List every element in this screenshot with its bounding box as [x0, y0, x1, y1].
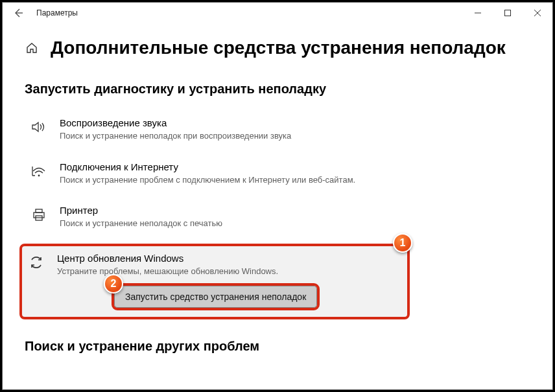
close-button[interactable] [523, 3, 552, 23]
item-title: Принтер [60, 205, 383, 216]
run-troubleshooter-button[interactable]: Запустить средство устранения неполадок [114, 286, 317, 308]
troubleshooter-item-printer[interactable]: Принтер Поиск и устранение неполадок с п… [25, 200, 388, 237]
refresh-icon [27, 254, 45, 272]
item-desc: Поиск и устранение неполадок при воспрои… [60, 130, 383, 142]
home-icon[interactable] [25, 41, 39, 55]
minimize-button[interactable] [463, 3, 493, 23]
section-title-other: Поиск и устранение других проблем [25, 339, 530, 354]
settings-window: Параметры Дополнительные средства устран… [2, 2, 553, 390]
troubleshooter-item-windows-update[interactable]: 1 Центр обновления Windows Устраните про… [19, 244, 410, 320]
troubleshooter-item-audio[interactable]: Воспроизведение звука Поиск и устранение… [25, 112, 388, 150]
item-desc: Поиск и устранение неполадок с печатью [60, 218, 383, 229]
svg-rect-0 [505, 10, 511, 16]
item-title: Воспроизведение звука [60, 117, 383, 128]
svg-point-1 [38, 174, 40, 176]
wifi-icon [30, 163, 48, 181]
heading-row: Дополнительные средства устранения непол… [25, 38, 530, 58]
page-title: Дополнительные средства устранения непол… [51, 38, 506, 58]
maximize-button[interactable] [493, 3, 523, 23]
section-title-diagnostics: Запустить диагностику и устранить непола… [25, 82, 530, 97]
titlebar: Параметры [3, 3, 552, 23]
window-title: Параметры [36, 8, 78, 17]
callout-badge-1: 1 [393, 233, 412, 253]
item-title: Подключения к Интернету [60, 161, 383, 172]
back-button[interactable] [12, 6, 25, 19]
callout-badge-2: 2 [104, 274, 123, 294]
window-controls [463, 3, 552, 23]
item-title: Центр обновления Windows [57, 253, 402, 264]
item-desc: Поиск и устранение проблем с подключение… [60, 174, 383, 186]
troubleshooter-item-internet[interactable]: Подключения к Интернету Поиск и устранен… [25, 156, 388, 194]
body: Дополнительные средства устранения непол… [3, 23, 552, 354]
volume-icon [30, 119, 48, 137]
svg-rect-3 [36, 209, 42, 213]
printer-icon [30, 206, 48, 224]
